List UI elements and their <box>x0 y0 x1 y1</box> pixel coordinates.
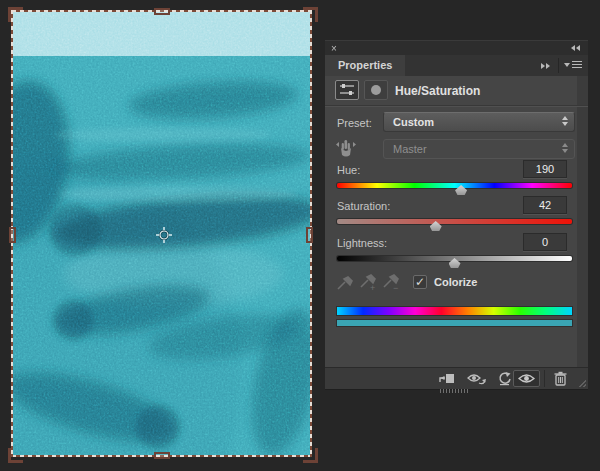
saturation-slider-track[interactable] <box>337 219 572 224</box>
panel-resize-grip[interactable] <box>576 377 586 387</box>
expand-panel-icon[interactable] <box>541 63 550 69</box>
panel-title: Hue/Saturation <box>395 84 480 98</box>
check-icon: ✓ <box>415 275 425 289</box>
crop-handle-top-center[interactable] <box>154 8 170 15</box>
panel-tab-bar: Properties <box>325 55 588 76</box>
crop-handle-middle-left[interactable] <box>9 227 16 243</box>
trash-icon <box>554 371 567 386</box>
close-panel-icon[interactable]: × <box>331 42 337 55</box>
layer-mask-icon <box>365 81 387 99</box>
panel-dock-header: × <box>325 40 588 56</box>
adjustment-sliders-icon <box>336 81 358 99</box>
preset-label: Preset: <box>337 117 372 129</box>
eyedropper-subtract-icon[interactable]: − <box>381 274 401 292</box>
crop-handle-top-right[interactable] <box>303 7 318 22</box>
dropdown-arrows-icon <box>562 143 568 153</box>
crop-handle-top-left[interactable] <box>8 7 23 22</box>
crop-handle-middle-right[interactable] <box>306 227 313 243</box>
crop-handle-bottom-right[interactable] <box>303 448 318 463</box>
saturation-value-input[interactable]: 42 <box>523 196 567 214</box>
eyedropper-icon[interactable] <box>335 274 355 292</box>
toolbar-divider <box>544 370 545 387</box>
reset-button[interactable] <box>493 370 515 387</box>
header-divider <box>325 105 588 106</box>
channel-value: Master <box>393 143 427 155</box>
tab-properties[interactable]: Properties <box>325 55 405 76</box>
collapse-panels-icon[interactable] <box>571 45 580 51</box>
targeted-adjustment-hand-icon[interactable] <box>335 138 357 158</box>
hue-slider-track[interactable] <box>337 183 572 188</box>
saturation-slider-thumb[interactable] <box>430 221 442 231</box>
toggle-visibility-button[interactable] <box>513 370 540 387</box>
crop-handle-bottom-center[interactable] <box>154 452 170 459</box>
lightness-slider-track[interactable] <box>337 256 572 261</box>
dropdown-arrows-icon <box>562 116 568 126</box>
channel-dropdown[interactable]: Master <box>383 139 575 159</box>
clip-to-layer-icon <box>438 371 455 386</box>
result-color-bar <box>337 320 572 326</box>
clip-to-layer-button[interactable] <box>435 370 457 387</box>
preset-dropdown[interactable]: Custom <box>383 112 575 132</box>
hue-value-input[interactable]: 190 <box>523 160 567 178</box>
colorize-label: Colorize <box>434 276 477 288</box>
lightness-slider-thumb[interactable] <box>449 258 461 268</box>
crop-handle-bottom-left[interactable] <box>8 448 23 463</box>
hue-label: Hue: <box>337 164 360 176</box>
mask-controls-button[interactable] <box>364 80 388 100</box>
target-cursor-icon <box>155 226 173 244</box>
lightness-value-input[interactable]: 0 <box>523 233 567 251</box>
eye-icon <box>518 373 535 384</box>
svg-text:−: − <box>393 283 398 292</box>
shifted-spectrum-bar <box>337 307 572 315</box>
panel-drag-handle[interactable] <box>440 389 468 393</box>
properties-panel: Hue/Saturation Preset: Custom Master Hue… <box>325 76 588 367</box>
eyedropper-add-icon[interactable]: + <box>358 274 378 292</box>
preset-value: Custom <box>393 116 434 128</box>
panel-right-gutter <box>577 76 588 367</box>
tabbar-divider <box>558 58 559 73</box>
hue-slider-thumb[interactable] <box>455 185 467 195</box>
eye-with-arrow-icon <box>467 372 486 386</box>
view-previous-state-button[interactable] <box>465 370 487 387</box>
adjustment-controls-button[interactable] <box>335 80 359 100</box>
delete-adjustment-button[interactable] <box>549 370 571 387</box>
panel-menu-icon[interactable] <box>564 61 582 69</box>
colorize-checkbox[interactable]: ✓ <box>413 275 427 289</box>
lightness-label: Lightness: <box>337 237 387 249</box>
saturation-label: Saturation: <box>337 200 390 212</box>
document-canvas[interactable] <box>13 12 310 455</box>
reset-arrow-icon <box>497 371 512 386</box>
svg-text:+: + <box>370 283 375 292</box>
panel-footer-toolbar <box>325 367 588 390</box>
